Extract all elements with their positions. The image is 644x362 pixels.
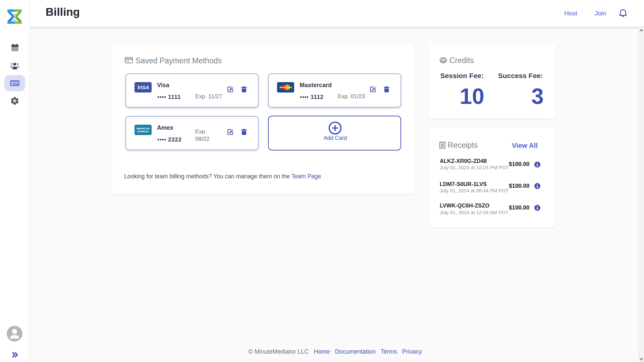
- svg-text:MasterCard: MasterCard: [279, 86, 292, 88]
- svg-text:$: $: [11, 81, 14, 86]
- svg-text:AMERICAN: AMERICAN: [137, 127, 150, 130]
- svg-text:EXPRESS: EXPRESS: [137, 130, 149, 133]
